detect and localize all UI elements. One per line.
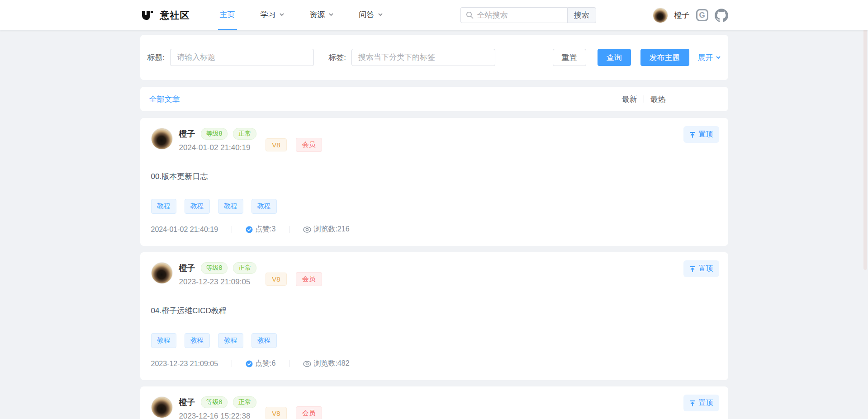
site-search: 搜索 <box>460 7 596 23</box>
filter-bar: 标题: 标签: 重置 查询 发布主题 展开 <box>140 35 728 80</box>
post-tags: 教程 教程 教程 教程 <box>151 199 719 214</box>
footer-date: 2023-12-23 21:09:05 <box>151 360 218 368</box>
chevron-down-icon <box>716 55 721 60</box>
brand-title: 意社区 <box>160 9 190 22</box>
status-badge: 正常 <box>233 262 256 274</box>
post-head: 橙子 等级8 正常 2023-12-23 21:09:05 V8 会员 <box>151 262 719 287</box>
status-badge: 正常 <box>233 128 256 140</box>
member-badge: 会员 <box>296 138 322 152</box>
vip-badge: V8 <box>266 138 286 151</box>
footer-divider <box>232 226 232 233</box>
publish-topic-button[interactable]: 发布主题 <box>640 49 689 66</box>
author-avatar[interactable] <box>151 128 173 150</box>
post-tag[interactable]: 教程 <box>151 199 176 214</box>
sort-group: 最新 最热 <box>622 94 666 104</box>
title-label: 标题: <box>147 52 165 63</box>
logo-icon <box>140 8 155 23</box>
expand-label: 展开 <box>698 52 713 63</box>
post-card: 置顶 橙子 等级8 正常 2023-12-23 21:09:05 V8 会员 0 <box>140 252 728 380</box>
chevron-down-icon <box>279 12 285 17</box>
tag-label: 标签: <box>328 52 346 63</box>
main-nav: 主页 学习 资源 问答 <box>218 0 407 30</box>
level-badge: 等级8 <box>201 396 228 408</box>
author-name[interactable]: 橙子 <box>179 397 195 408</box>
all-articles-link[interactable]: 全部文章 <box>149 94 180 104</box>
member-badge: 会员 <box>296 406 322 419</box>
pin-top-icon <box>689 132 696 138</box>
post-datetime: 2023-12-23 21:09:05 <box>179 278 257 287</box>
view-count: 浏览数:482 <box>313 359 349 368</box>
nav-item-label: 主页 <box>220 9 235 20</box>
expand-link[interactable]: 展开 <box>698 52 721 63</box>
footer-divider <box>289 360 289 367</box>
view-count: 浏览数:216 <box>313 225 349 234</box>
view-eye-icon <box>303 226 311 233</box>
post-datetime: 2023-12-16 15:22:38 <box>179 412 257 419</box>
post-tag[interactable]: 教程 <box>251 199 277 214</box>
brand[interactable]: 意社区 <box>140 8 190 23</box>
status-badge: 正常 <box>233 396 256 408</box>
level-badge: 等级8 <box>201 262 228 274</box>
post-head: 橙子 等级8 正常 2023-12-16 15:22:38 V8 会员 <box>151 396 719 419</box>
pin-button[interactable]: 置顶 <box>683 126 719 143</box>
top-navbar: 意社区 主页 学习 资源 问答 <box>0 0 868 30</box>
sort-newest[interactable]: 最新 <box>622 94 637 104</box>
post-card: 置顶 橙子 等级8 正常 2024-01-02 21:40:19 V8 会员 0 <box>140 118 728 246</box>
post-title[interactable]: 00.版本更新日志 <box>151 171 719 182</box>
like-check-icon <box>246 226 253 233</box>
nav-item-home[interactable]: 主页 <box>218 0 237 30</box>
pin-label: 置顶 <box>699 130 713 139</box>
user-name[interactable]: 橙子 <box>674 10 690 20</box>
title-input[interactable] <box>170 49 314 66</box>
level-badge: 等级8 <box>201 128 228 140</box>
post-tags: 教程 教程 教程 教程 <box>151 333 719 348</box>
author-name[interactable]: 橙子 <box>179 128 195 139</box>
post-footer: 2023-12-23 21:09:05 点赞:6 浏览数:482 <box>151 359 719 368</box>
nav-item-label: 问答 <box>359 9 375 20</box>
reset-button[interactable]: 重置 <box>553 49 586 66</box>
vip-badge: V8 <box>266 407 286 419</box>
footer-date: 2024-01-02 21:40:19 <box>151 226 218 234</box>
search-icon <box>466 11 474 19</box>
pin-button[interactable]: 置顶 <box>683 395 719 411</box>
post-title[interactable]: 04.橙子运维CICD教程 <box>151 306 719 316</box>
post-tag[interactable]: 教程 <box>218 333 243 348</box>
author-name[interactable]: 橙子 <box>179 263 195 273</box>
pin-button[interactable]: 置顶 <box>683 260 719 277</box>
author-avatar[interactable] <box>151 396 173 418</box>
post-tag[interactable]: 教程 <box>251 333 277 348</box>
nav-item-label: 学习 <box>261 9 276 20</box>
post-head: 橙子 等级8 正常 2024-01-02 21:40:19 V8 会员 <box>151 128 719 152</box>
post-tag[interactable]: 教程 <box>185 333 210 348</box>
chevron-down-icon <box>328 12 334 17</box>
like-check-icon <box>246 360 253 367</box>
member-badge: 会员 <box>296 272 322 286</box>
nav-item-learn[interactable]: 学习 <box>259 0 286 30</box>
user-avatar[interactable] <box>653 8 668 23</box>
user-cluster: 橙子 G <box>653 8 728 23</box>
chevron-down-icon <box>378 12 383 17</box>
post-card: 置顶 橙子 等级8 正常 2023-12-16 15:22:38 V8 会员 <box>140 386 728 419</box>
pin-label: 置顶 <box>699 264 713 273</box>
scrollbar[interactable] <box>863 28 867 270</box>
like-count: 点赞:6 <box>255 359 275 368</box>
gitee-icon[interactable]: G <box>696 9 708 21</box>
sort-hottest[interactable]: 最热 <box>650 94 666 104</box>
post-footer: 2024-01-02 21:40:19 点赞:3 浏览数:216 <box>151 225 719 234</box>
author-avatar[interactable] <box>151 262 173 284</box>
footer-divider <box>289 226 289 233</box>
search-button[interactable]: 搜索 <box>567 7 596 23</box>
tag-input[interactable] <box>351 49 495 66</box>
search-input[interactable] <box>460 7 567 23</box>
nav-item-label: 资源 <box>310 9 325 20</box>
nav-item-resources[interactable]: 资源 <box>308 0 336 30</box>
github-icon[interactable] <box>715 9 728 22</box>
nav-item-qa[interactable]: 问答 <box>357 0 385 30</box>
pin-top-icon <box>689 400 696 406</box>
footer-divider <box>232 360 232 367</box>
vip-badge: V8 <box>266 273 286 286</box>
post-tag[interactable]: 教程 <box>151 333 176 348</box>
post-tag[interactable]: 教程 <box>218 199 243 214</box>
query-button[interactable]: 查询 <box>598 49 631 66</box>
post-tag[interactable]: 教程 <box>185 199 210 214</box>
